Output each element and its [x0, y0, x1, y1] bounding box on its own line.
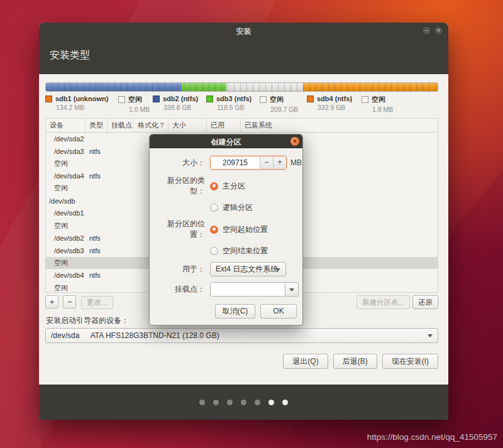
legend-label: sdb1 (unknown) [55, 95, 108, 102]
progress-dots [39, 400, 448, 405]
legend-label: sdb4 (ntfs) [317, 95, 352, 102]
legend-size: 338.8 GB [163, 104, 198, 111]
column-header-used[interactable]: 已用 [207, 119, 241, 132]
dialog-close-icon[interactable]: × [290, 137, 299, 146]
radio-icon[interactable] [210, 182, 218, 190]
legend-size: 1.0 MB [129, 106, 150, 113]
chevron-down-icon [289, 288, 294, 292]
legend-item: sdb1 (unknown) 134.2 MB [45, 95, 108, 111]
minimize-icon[interactable]: − [422, 26, 431, 35]
window-header: 安装 − × 安装类型 [39, 23, 448, 74]
spin-plus-button[interactable]: + [273, 156, 286, 169]
column-header-mountpoint[interactable]: 挂载点 [108, 119, 134, 132]
filesystem-select[interactable]: Ext4 日志文件系统 [210, 262, 286, 276]
legend-swatch [118, 96, 125, 103]
legend-swatch [45, 96, 52, 102]
change-button[interactable]: 更改... [81, 296, 113, 309]
radio-primary-partition[interactable]: 主分区 [210, 181, 245, 192]
mount-point-dropdown-button[interactable] [285, 282, 299, 297]
legend-item: 空闲 1.0 MB [118, 95, 150, 113]
spin-minus-button[interactable]: − [260, 156, 273, 169]
radio-beginning-of-space[interactable]: 空间起始位置 [210, 224, 268, 235]
legend-size: 332.9 GB [318, 104, 352, 111]
legend-label: sdb2 (ntfs) [163, 95, 198, 102]
cancel-button[interactable]: 取消(C) [215, 304, 255, 319]
legend-swatch [362, 96, 368, 103]
bootloader-description: ATA HFS128G3BTND-N21 (128.0 GB) [91, 331, 219, 340]
progress-dot [268, 400, 274, 405]
column-header-system[interactable]: 已装系统 [241, 119, 438, 132]
legend-item: 空闲 1.8 MB [362, 95, 393, 113]
window-title: 安装 [39, 26, 448, 37]
bootloader-device: /dev/sda [51, 331, 79, 340]
partition-bar [45, 82, 438, 92]
progress-dot [199, 400, 205, 405]
column-header-type[interactable]: 类型 [86, 119, 108, 132]
watermark-url: https://blog.csdn.net/qq_41505957 [367, 432, 497, 442]
legend-size: 209.7 GB [270, 106, 298, 113]
size-label: 大小： [155, 158, 205, 168]
chevron-down-icon [275, 268, 280, 271]
dialog-titlebar: 创建分区 × [150, 134, 302, 148]
dialog-title: 创建分区 [150, 137, 302, 148]
progress-dot [255, 400, 260, 405]
radio-icon[interactable] [210, 226, 218, 234]
dialog-body: 大小： 209715 − + MB 新分区的类型： 主分区 逻辑分区 新分区的位… [150, 148, 302, 325]
progress-dot [282, 400, 288, 405]
column-header-size[interactable]: 大小 [169, 119, 207, 132]
use-as-label: 用于： [155, 264, 205, 275]
radio-end-of-space[interactable]: 空间结束位置 [210, 246, 297, 256]
install-now-button[interactable]: 现在安装(I) [382, 354, 438, 369]
partition-type-label: 新分区的类型： [155, 175, 205, 197]
legend-swatch [307, 96, 314, 102]
legend-item: sdb2 (ntfs) 338.8 GB [153, 95, 198, 111]
ok-button[interactable]: OK [260, 304, 297, 319]
add-partition-button[interactable]: + [45, 295, 58, 309]
chevron-down-icon [428, 334, 433, 337]
progress-dot [241, 400, 246, 405]
mount-point-label: 挂载点： [155, 284, 205, 295]
window-footer [39, 385, 448, 420]
legend-swatch [153, 96, 160, 102]
legend-label: sdb3 (ntfs) [216, 95, 252, 102]
partition-location-label: 新分区的位置： [155, 219, 205, 240]
remove-partition-button[interactable]: − [63, 295, 76, 309]
size-spinbox: 209715 − + [210, 156, 287, 170]
partition-bar-cells [46, 83, 438, 91]
radio-icon[interactable] [210, 204, 218, 212]
progress-dot [227, 400, 233, 405]
nav-buttons: 退出(Q) 后退(B) 现在安装(I) [283, 354, 438, 369]
create-partition-dialog: 创建分区 × 大小： 209715 − + MB 新分区的类型： 主分区 [149, 134, 303, 325]
legend-label: 空闲 [128, 95, 142, 104]
close-icon[interactable]: × [434, 26, 443, 35]
table-header: 设备 类型 挂载点 格式化？ 大小 已用 已装系统 [46, 119, 438, 133]
page-title: 安装类型 [50, 49, 90, 62]
progress-dot [213, 400, 219, 405]
revert-button[interactable]: 还原 [412, 295, 438, 309]
legend-item: 空闲 209.7 GB [260, 95, 298, 113]
legend-item: sdb3 (ntfs) 118.6 GB [206, 95, 252, 111]
bootloader-label: 安装启动引导器的设备： [46, 315, 129, 326]
back-button[interactable]: 后退(B) [333, 354, 377, 369]
quit-button[interactable]: 退出(Q) [283, 354, 328, 369]
column-header-device[interactable]: 设备 [46, 119, 86, 132]
column-header-format[interactable]: 格式化？ [134, 119, 169, 132]
radio-icon[interactable] [210, 247, 218, 255]
legend-label: 空闲 [270, 95, 284, 104]
legend-size: 134.2 MB [56, 104, 108, 111]
size-unit: MB [290, 158, 302, 167]
radio-logical-partition[interactable]: 逻辑分区 [210, 202, 297, 213]
legend-size: 1.8 MB [372, 106, 393, 113]
new-partition-table-button[interactable]: 新建分区表... [357, 295, 410, 309]
legend-label: 空闲 [372, 95, 385, 104]
legend-item: sdb4 (ntfs) 332.9 GB [307, 95, 352, 111]
partition-legend: sdb1 (unknown) 134.2 MB 空闲 1.0 MB sdb2 (… [39, 94, 448, 115]
legend-swatch [260, 96, 267, 103]
titlebar: 安装 − × [39, 23, 448, 39]
legend-swatch [206, 96, 213, 102]
size-input[interactable]: 209715 [211, 156, 260, 169]
legend-size: 118.6 GB [217, 104, 252, 111]
mount-point-input[interactable] [210, 282, 285, 297]
bootloader-device-select[interactable]: /dev/sda ATA HFS128G3BTND-N21 (128.0 GB) [45, 328, 438, 343]
